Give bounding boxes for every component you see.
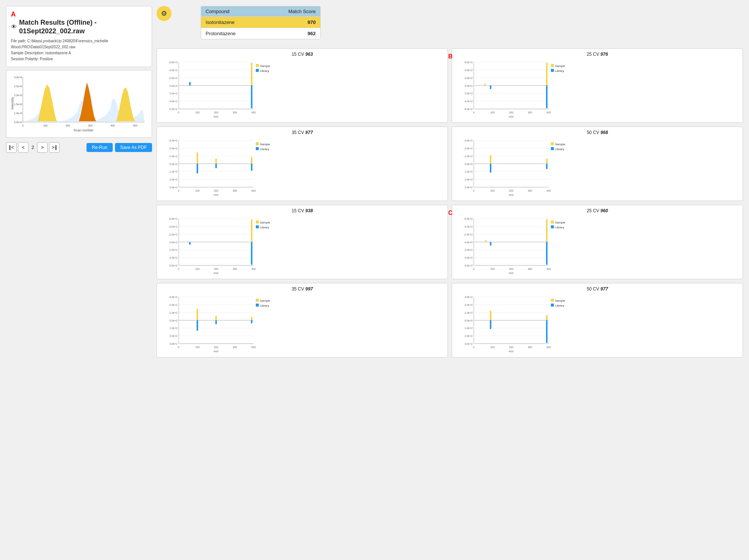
svg-text:2.0e+2: 2.0e+2 — [464, 92, 473, 95]
svg-text:0.0e+0: 0.0e+0 — [169, 163, 178, 165]
svg-rect-230 — [251, 320, 252, 323]
compound-name: Isotonitazene — [201, 17, 263, 28]
svg-rect-104 — [215, 164, 217, 168]
svg-text:0.0e+0: 0.0e+0 — [169, 319, 178, 322]
first-page-btn[interactable]: ‖< — [6, 142, 16, 153]
svg-text:400: 400 — [546, 111, 551, 114]
save-pdf-button[interactable]: Save As PDF — [115, 143, 152, 152]
svg-rect-260 — [490, 320, 491, 329]
session-polarity: Session Polarity: Positive — [11, 56, 147, 62]
svg-text:100: 100 — [195, 268, 200, 270]
svg-text:Library: Library — [260, 69, 269, 73]
svg-rect-262 — [551, 299, 554, 302]
svg-rect-226 — [215, 316, 217, 320]
page-number: 2 — [30, 144, 36, 150]
next-page-btn[interactable]: > — [37, 142, 48, 153]
compound-score: 970 — [263, 17, 320, 28]
svg-rect-261 — [546, 320, 548, 343]
svg-text:-3.0e+2: -3.0e+2 — [169, 296, 178, 298]
chart-title-chart-50cv-977: 50 CV 977 — [455, 286, 740, 292]
svg-rect-165 — [189, 242, 191, 245]
svg-text:-2.0e+2: -2.0e+2 — [169, 77, 178, 79]
svg-rect-108 — [256, 147, 259, 150]
svg-text:0: 0 — [178, 189, 179, 192]
svg-text:200: 200 — [509, 189, 513, 192]
svg-text:400: 400 — [546, 268, 551, 270]
svg-text:100: 100 — [195, 189, 200, 192]
svg-text:100: 100 — [490, 111, 495, 114]
svg-text:500: 500 — [133, 124, 137, 127]
svg-text:200: 200 — [214, 189, 218, 192]
compound-match-table: Compound Match Score Isotonitazene970Pro… — [201, 6, 321, 39]
svg-text:400: 400 — [110, 124, 115, 127]
svg-text:300: 300 — [233, 111, 237, 114]
svg-text:0: 0 — [178, 346, 179, 349]
svg-text:300: 300 — [528, 189, 532, 192]
eye-icon: 👁 — [11, 24, 17, 30]
svg-rect-102 — [251, 157, 252, 164]
svg-text:Sample: Sample — [260, 299, 270, 302]
svg-rect-200 — [551, 225, 554, 228]
svg-text:6.0e+2: 6.0e+2 — [169, 264, 178, 267]
svg-text:0: 0 — [473, 346, 474, 349]
prev-page-btn[interactable]: < — [18, 142, 28, 153]
svg-rect-135 — [490, 164, 491, 173]
svg-text:2.0e+2: 2.0e+2 — [169, 249, 178, 251]
svg-text:300: 300 — [528, 346, 532, 349]
svg-text:0: 0 — [473, 111, 474, 114]
svg-text:m/z: m/z — [214, 193, 219, 197]
svg-text:-2.0e+2: -2.0e+2 — [464, 304, 473, 306]
last-page-btn[interactable]: >‖ — [49, 142, 60, 153]
compound-row[interactable]: Isotonitazene970 — [201, 17, 320, 28]
svg-text:4.0e+2: 4.0e+2 — [169, 256, 178, 259]
svg-rect-198 — [551, 220, 554, 223]
rerun-button[interactable]: Re-Run — [87, 143, 112, 152]
svg-text:4.0e+2: 4.0e+2 — [169, 100, 178, 103]
svg-text:100: 100 — [490, 189, 495, 192]
svg-text:m/z: m/z — [214, 350, 219, 353]
svg-text:100: 100 — [195, 111, 200, 114]
chart-card-chart-50cv-968: 50 CV 968 -3.0e+2-2.0e+2-1.0e+20.0e+01.0… — [452, 127, 743, 201]
svg-text:3.0e+8: 3.0e+8 — [14, 76, 22, 79]
svg-text:300: 300 — [233, 189, 237, 192]
svg-text:m/z: m/z — [509, 271, 514, 275]
settings-button[interactable]: ⚙ — [157, 6, 172, 21]
svg-text:-1.0e+2: -1.0e+2 — [169, 155, 178, 158]
svg-text:Library: Library — [260, 226, 269, 229]
svg-text:-2.0e+2: -2.0e+2 — [464, 147, 473, 150]
svg-text:-6.0e+2: -6.0e+2 — [464, 61, 473, 64]
compound-row[interactable]: Protonitazene962 — [201, 28, 320, 39]
svg-text:200: 200 — [509, 268, 513, 270]
svg-text:400: 400 — [251, 268, 256, 270]
svg-text:400: 400 — [251, 189, 256, 192]
svg-text:Sample: Sample — [260, 64, 270, 68]
svg-text:300: 300 — [233, 268, 237, 270]
svg-text:m/z: m/z — [509, 193, 514, 197]
svg-text:-1.0e+2: -1.0e+2 — [464, 311, 473, 314]
chart-card-chart-15cv-963: 15 CV 963 -6.0e+2-4.0e+2-2.0e+20.0e+02.0… — [157, 48, 448, 123]
svg-text:Sample: Sample — [260, 143, 270, 146]
svg-text:200: 200 — [214, 111, 218, 114]
svg-text:0: 0 — [178, 268, 179, 270]
svg-text:-2.0e+2: -2.0e+2 — [169, 304, 178, 306]
chart-svg-chart-25cv-960: -6.0e+2-4.0e+2-2.0e+20.0e+02.0e+24.0e+26… — [455, 215, 740, 276]
svg-text:1.0e+2: 1.0e+2 — [169, 170, 178, 173]
svg-text:100: 100 — [490, 346, 495, 349]
compound-col-header: Compound — [201, 6, 263, 17]
svg-text:100: 100 — [43, 124, 48, 127]
svg-text:0.0e+0: 0.0e+0 — [169, 85, 178, 87]
svg-text:1.0e+2: 1.0e+2 — [464, 170, 473, 173]
svg-rect-73 — [551, 64, 554, 67]
svg-rect-44 — [256, 69, 259, 72]
svg-text:m/z: m/z — [509, 350, 514, 353]
svg-text:-2.0e+2: -2.0e+2 — [169, 147, 178, 150]
svg-rect-197 — [546, 242, 548, 265]
svg-text:1.0e+2: 1.0e+2 — [464, 327, 473, 329]
svg-rect-40 — [189, 82, 191, 85]
svg-text:Sample: Sample — [555, 221, 565, 224]
svg-rect-264 — [551, 304, 554, 307]
svg-text:Library: Library — [555, 226, 564, 229]
svg-rect-137 — [551, 142, 554, 145]
svg-rect-164 — [251, 219, 252, 242]
svg-rect-134 — [546, 159, 548, 164]
